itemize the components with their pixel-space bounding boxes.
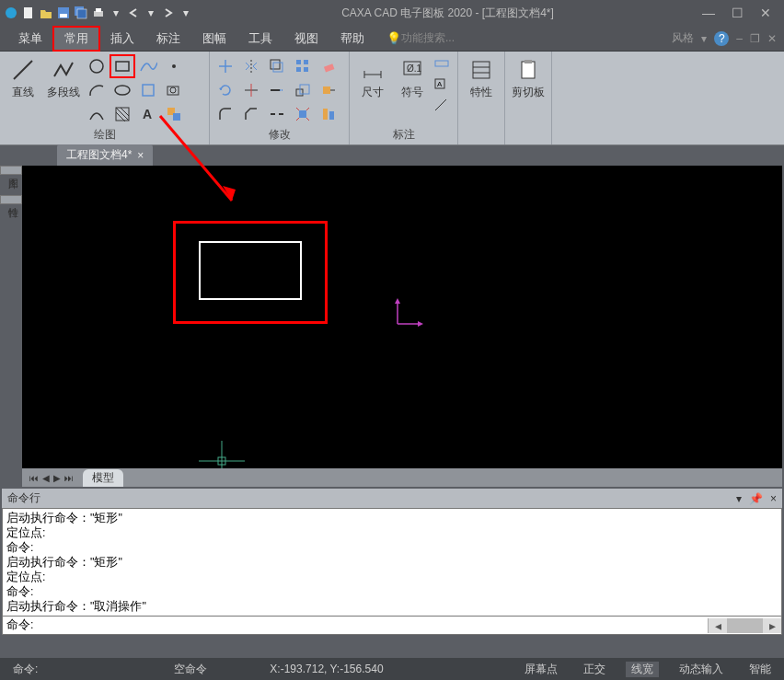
menu-insert[interactable]: 插入 [99, 27, 145, 51]
bulb-icon: 💡 [386, 31, 401, 45]
redo-icon[interactable] [161, 6, 176, 20]
rotate-icon[interactable] [213, 79, 237, 101]
open-icon[interactable] [39, 6, 53, 20]
erase-icon[interactable] [317, 55, 340, 77]
dropdown-icon[interactable]: ▾ [144, 6, 158, 20]
dim-tool-icon[interactable] [433, 57, 454, 75]
symbol-button[interactable]: Ø.1 符号 [394, 55, 432, 102]
status-screen[interactable]: 屏幕点 [519, 662, 563, 677]
svg-rect-3 [60, 14, 67, 17]
dropdown-icon[interactable]: ▾ [179, 6, 193, 20]
block-icon[interactable] [162, 103, 186, 125]
nav-first-icon[interactable]: ⏮ [29, 473, 39, 483]
menu-annotate[interactable]: 标注 [145, 27, 191, 51]
saveall-icon[interactable] [74, 6, 88, 20]
search-input[interactable]: 功能搜索... [401, 30, 455, 46]
svg-text:A: A [143, 107, 152, 121]
break-icon[interactable] [265, 103, 289, 125]
close-button[interactable]: ✕ [760, 6, 771, 20]
new-icon[interactable] [21, 6, 36, 20]
menu-tools[interactable]: 工具 [237, 27, 283, 51]
point-icon[interactable] [162, 55, 186, 77]
panel-close-icon[interactable]: × [770, 492, 777, 505]
mirror-icon[interactable] [239, 55, 263, 77]
svg-line-40 [296, 108, 299, 110]
side-tab-library[interactable]: 图库 [0, 166, 22, 175]
polyline-button[interactable]: 多段线 [44, 55, 83, 102]
minimize-button[interactable]: — [702, 6, 715, 20]
dimension-button[interactable]: 尺寸 [353, 55, 392, 102]
drawing-canvas[interactable]: 图库 特性 [22, 166, 782, 468]
circle-icon[interactable] [85, 55, 109, 77]
nav-last-icon[interactable]: ⏭ [64, 473, 74, 483]
trim-icon[interactable] [239, 79, 263, 101]
print-icon[interactable] [91, 6, 106, 20]
app-icon[interactable] [4, 6, 18, 20]
menu-main[interactable]: 菜单 [7, 27, 53, 51]
hatch-icon[interactable] [110, 103, 134, 125]
dim-tool-icon[interactable]: A [433, 77, 454, 96]
ellipse-icon[interactable] [110, 79, 134, 101]
undo-icon[interactable] [126, 6, 141, 20]
rectangle-icon[interactable] [110, 55, 134, 77]
align-icon[interactable] [317, 103, 340, 125]
status-ortho[interactable]: 正交 [578, 662, 611, 677]
model-tab[interactable]: 模型 [83, 469, 123, 487]
chamfer-icon[interactable] [239, 103, 263, 125]
style-label[interactable]: 风格 [672, 30, 694, 46]
panel-menu-icon[interactable]: ▾ [736, 492, 742, 505]
command-history[interactable]: 启动执行命令："矩形" 定位点: 命令: 启动执行命令："矩形" 定位点: 命令… [2, 508, 782, 617]
status-dynamic[interactable]: 动态输入 [674, 662, 729, 677]
scale-icon[interactable] [291, 79, 315, 101]
document-tab-label: 工程图文档4* [66, 147, 132, 163]
svg-point-12 [115, 86, 130, 95]
scroll-left-icon[interactable]: ◂ [709, 618, 727, 633]
spline-icon[interactable] [136, 55, 160, 77]
close-icon[interactable]: × [137, 149, 144, 162]
svg-rect-10 [116, 62, 129, 71]
command-input[interactable] [37, 617, 708, 634]
svg-point-9 [90, 60, 103, 73]
camera-icon[interactable] [162, 79, 186, 101]
nav-prev-icon[interactable]: ◀ [42, 473, 50, 483]
doc-minimize-button[interactable]: – [736, 32, 743, 45]
explode-icon[interactable] [291, 103, 315, 125]
help-icon[interactable]: ? [714, 31, 729, 46]
stretch-icon[interactable] [317, 79, 340, 101]
offset-icon[interactable] [265, 55, 289, 77]
clipboard-button[interactable]: 剪切板 [509, 55, 548, 102]
scroll-right-icon[interactable]: ▸ [763, 618, 781, 633]
menu-help[interactable]: 帮助 [329, 27, 375, 51]
dropdown-icon[interactable]: ▾ [109, 6, 123, 20]
doc-restore-button[interactable]: ❐ [750, 32, 760, 45]
crosshair-cursor [199, 441, 245, 468]
text-icon[interactable]: A [136, 103, 160, 125]
doc-close-button[interactable]: ✕ [767, 32, 777, 45]
maximize-button[interactable]: ☐ [732, 6, 744, 20]
array-icon[interactable] [291, 55, 315, 77]
menu-view[interactable]: 视图 [283, 27, 329, 51]
status-lineweight[interactable]: 线宽 [626, 662, 659, 677]
curve-icon[interactable] [85, 103, 109, 125]
fillet-icon[interactable] [213, 103, 237, 125]
panel-pin-icon[interactable]: 📌 [749, 492, 763, 505]
side-tab-properties[interactable]: 特性 [0, 195, 22, 204]
menu-frame[interactable]: 图幅 [191, 27, 237, 51]
move-icon[interactable] [213, 55, 237, 77]
properties-button[interactable]: 特性 [462, 55, 501, 102]
menu-common[interactable]: 常用 [53, 27, 99, 51]
nav-next-icon[interactable]: ▶ [53, 473, 61, 483]
arc-icon[interactable] [85, 79, 109, 101]
document-tab[interactable]: 工程图文档4* × [57, 144, 153, 166]
dim-tool-icon[interactable] [433, 98, 454, 116]
sheet-tabs: ⏮ ◀ ▶ ⏭ 模型 [22, 468, 782, 487]
svg-marker-63 [395, 298, 400, 304]
svg-rect-29 [324, 63, 334, 72]
save-icon[interactable] [56, 6, 71, 20]
line-button[interactable]: 直线 [4, 55, 42, 102]
status-smart[interactable]: 智能 [744, 662, 777, 677]
polygon-icon[interactable] [136, 79, 160, 101]
extend-icon[interactable] [265, 79, 289, 101]
cmd-line: 定位点: [6, 570, 778, 584]
svg-rect-39 [299, 110, 306, 118]
